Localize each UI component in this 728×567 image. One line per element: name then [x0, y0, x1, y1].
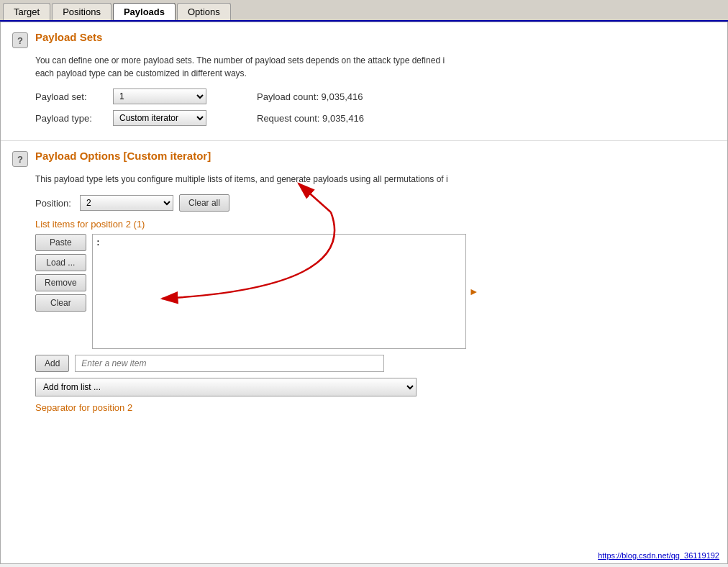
list-buttons: Paste Load ... Remove Clear	[35, 234, 86, 349]
payload-options-desc: This payload type lets you configure mul…	[35, 173, 716, 186]
payload-sets-header: ? Payload Sets	[12, 31, 716, 48]
tab-options[interactable]: Options	[177, 3, 231, 20]
tab-bar: Target Positions Payloads Options	[0, 0, 728, 22]
payload-sets-title: Payload Sets	[35, 31, 102, 43]
separator-label: Separator for position 2	[35, 402, 716, 413]
watermark: https://blog.csdn.net/qq_36119192	[598, 551, 719, 560]
list-label: List items for position 2 (1)	[35, 219, 716, 230]
tab-payloads[interactable]: Payloads	[113, 3, 176, 20]
payload-set-select[interactable]: 1 2 3	[113, 89, 206, 104]
payload-count: Payload count: 9,035,416	[257, 91, 363, 102]
payload-options-header: ? Payload Options [Custom iterator]	[12, 150, 716, 167]
payload-options-title: Payload Options [Custom iterator]	[35, 150, 211, 162]
position-select[interactable]: 1 2 3 4 5 6 7 8	[80, 195, 173, 211]
list-textarea[interactable]: :	[92, 234, 466, 349]
add-row: Add	[35, 355, 716, 372]
list-area: Paste Load ... Remove Clear : ►	[35, 234, 716, 349]
tab-positions[interactable]: Positions	[52, 3, 112, 20]
clear-button[interactable]: Clear	[35, 294, 86, 312]
payload-set-label: Payload set:	[35, 91, 107, 102]
help-icon-payloadsets[interactable]: ?	[12, 32, 28, 48]
payload-type-label: Payload type:	[35, 113, 107, 124]
scroll-arrow-icon: ►	[466, 286, 482, 297]
payload-type-select[interactable]: Custom iterator Simple list Runtime file…	[113, 110, 206, 126]
payload-sets-form: Payload set: 1 2 3 Payload count: 9,035,…	[35, 89, 716, 104]
add-from-list-row: Add from list ...	[35, 378, 716, 396]
help-icon-options[interactable]: ?	[12, 151, 28, 167]
add-button[interactable]: Add	[35, 355, 69, 372]
load-button[interactable]: Load ...	[35, 254, 86, 271]
add-from-list-select[interactable]: Add from list ...	[35, 378, 417, 396]
paste-button[interactable]: Paste	[35, 234, 86, 251]
request-count: Request count: 9,035,416	[257, 113, 364, 124]
payload-options-section: ? Payload Options [Custom iterator] This…	[1, 141, 727, 422]
main-content: ? Payload Sets You can define one or mor…	[0, 22, 728, 564]
payload-sets-desc: You can define one or more payload sets.…	[35, 54, 716, 80]
payload-type-form: Payload type: Custom iterator Simple lis…	[35, 110, 716, 126]
tab-target[interactable]: Target	[3, 3, 50, 20]
clear-all-button[interactable]: Clear all	[179, 194, 229, 212]
add-item-input[interactable]	[75, 355, 384, 372]
position-label: Position:	[35, 198, 71, 209]
position-row: Position: 1 2 3 4 5 6 7 8 Clear all	[35, 194, 716, 212]
payload-sets-section: ? Payload Sets You can define one or mor…	[1, 22, 727, 141]
remove-button[interactable]: Remove	[35, 274, 86, 291]
